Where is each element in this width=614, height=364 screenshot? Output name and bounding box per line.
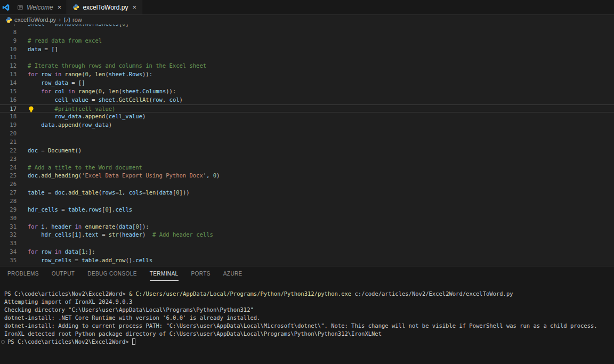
code-line[interactable]: 32 hdr_cells[i].text = str(header) # Add… xyxy=(0,231,614,239)
code-line[interactable]: 28 xyxy=(0,197,614,206)
code-line[interactable]: 17 #print(cell_value) xyxy=(0,104,614,113)
line-number: 24 xyxy=(0,164,17,172)
line-number: 7 xyxy=(0,25,17,28)
code-line[interactable]: 20 xyxy=(0,130,614,138)
code-text: # Iterate through rows and columns in th… xyxy=(28,62,206,70)
line-number: 17 xyxy=(0,105,17,112)
terminal-line: dotnet-install: Adding to current proces… xyxy=(4,322,614,330)
code-line[interactable]: 14 row_data = [] xyxy=(0,79,614,87)
code-line[interactable]: 13for row in range(0, len(sheet.Rows)): xyxy=(0,70,614,79)
code-line[interactable]: 29hdr_cells = table.rows[0].cells xyxy=(0,206,614,214)
code-line[interactable]: 18 row_data.append(cell_value) xyxy=(0,112,614,121)
code-text: # Add a title to the Word document xyxy=(28,164,142,172)
code-line[interactable]: 33 xyxy=(0,239,614,248)
code-line[interactable]: 25doc.add_heading('Excel Data Export Usi… xyxy=(0,172,614,180)
python-file-icon xyxy=(5,17,12,23)
code-text: data.append(row_data) xyxy=(28,121,112,130)
code-text: hdr_cells = table.rows[0].cells xyxy=(28,206,132,214)
code-text: for col in range(0, len(sheet.Columns)): xyxy=(28,87,176,96)
line-number: 22 xyxy=(0,147,17,155)
line-number: 23 xyxy=(0,155,17,164)
line-number: 18 xyxy=(0,112,17,121)
line-number: 31 xyxy=(0,223,17,231)
panel-tab-ports[interactable]: PORTS xyxy=(191,266,211,281)
line-number: 10 xyxy=(0,45,17,54)
line-number: 9 xyxy=(0,37,17,45)
line-number: 29 xyxy=(0,206,17,214)
line-number: 33 xyxy=(0,239,17,248)
code-text: doc.add_heading('Excel Data Export Using… xyxy=(28,172,220,180)
vscode-window: Welcome×excelToWord.py× excelToWord.py ›… xyxy=(0,0,614,364)
code-text: row_cells = table.add_row().cells xyxy=(28,256,152,265)
code-line[interactable]: 34for row in data[1:]: xyxy=(0,248,614,256)
line-number: 11 xyxy=(0,53,17,62)
bottom-panel: PROBLEMSOUTPUTDEBUG CONSOLETERMINALPORTS… xyxy=(0,266,614,364)
editor-tab-bar: Welcome×excelToWord.py× xyxy=(0,0,614,15)
welcome-tab-icon xyxy=(17,4,23,11)
code-line[interactable]: 21 xyxy=(0,138,614,147)
line-number: 26 xyxy=(0,180,17,189)
tab-welcome[interactable]: Welcome× xyxy=(12,0,67,14)
code-line[interactable]: 35 row_cells = table.add_row().cells xyxy=(0,256,614,265)
line-number: 15 xyxy=(0,87,17,96)
code-line[interactable]: 7sheet = workbook.WorkSheets[0] xyxy=(0,25,614,28)
panel-tab-debug-console[interactable]: DEBUG CONSOLE xyxy=(87,266,136,281)
code-text: data = [] xyxy=(28,45,58,54)
terminal-line: Checking directory "C:\Users\user\AppDat… xyxy=(4,306,614,314)
code-text: sheet = workbook.WorkSheets[0] xyxy=(28,25,129,28)
code-line[interactable]: 22doc = Document() xyxy=(0,147,614,155)
python-file-icon xyxy=(72,4,79,11)
line-number: 25 xyxy=(0,172,17,180)
code-line[interactable]: 16 cell_value = sheet.GetCellAt(row, col… xyxy=(0,96,614,104)
terminal-line: Attempting import of IronXL 2024.9.0.3 xyxy=(4,298,614,306)
panel-tab-azure[interactable]: AZURE xyxy=(223,266,243,281)
vscode-logo-icon[interactable] xyxy=(0,0,12,14)
line-number: 19 xyxy=(0,121,17,130)
panel-tab-problems[interactable]: PROBLEMS xyxy=(7,266,39,281)
code-text: cell_value = sheet.GetCellAt(row, col) xyxy=(28,96,183,104)
line-number: 12 xyxy=(0,62,17,70)
code-line[interactable]: 10data = [] xyxy=(0,45,614,54)
panel-tab-output[interactable]: OUTPUT xyxy=(52,266,75,281)
code-line[interactable]: 26 xyxy=(0,180,614,189)
line-number: 35 xyxy=(0,256,17,265)
code-line[interactable]: 8 xyxy=(0,28,614,37)
code-text: row_data = [] xyxy=(28,79,85,87)
code-line[interactable]: 30 xyxy=(0,214,614,223)
panel-tab-terminal[interactable]: TERMINAL xyxy=(150,266,179,281)
code-line[interactable]: 19 data.append(row_data) xyxy=(0,121,614,130)
code-line[interactable]: 23 xyxy=(0,155,614,164)
terminal-output[interactable]: PS C:\code\articles\Nov2\Excel2Word> & C… xyxy=(0,281,614,346)
breadcrumb-symbol[interactable]: row xyxy=(72,17,82,23)
code-text: #print(cell_value) xyxy=(28,105,115,112)
code-editor[interactable]: 7sheet = workbook.WorkSheets[0]89# read … xyxy=(0,25,614,266)
line-number: 21 xyxy=(0,138,17,147)
code-line[interactable]: 31for i, header in enumerate(data[0]): xyxy=(0,223,614,231)
code-line[interactable]: 9# read data from excel xyxy=(0,37,614,45)
editor-tabs: Welcome×excelToWord.py× xyxy=(12,0,142,14)
code-line[interactable]: 27table = doc.add_table(rows=1, cols=len… xyxy=(0,189,614,197)
line-number: 28 xyxy=(0,197,17,206)
terminal-line: PS C:\code\articles\Nov2\Excel2Word> & C… xyxy=(4,290,614,298)
terminal-line: dotnet-install: .NET Core Runtime with v… xyxy=(4,314,614,322)
line-number: 27 xyxy=(0,189,17,197)
terminal-cursor[interactable] xyxy=(132,338,135,345)
code-text: table = doc.add_table(rows=1, cols=len(d… xyxy=(28,189,190,197)
code-line[interactable]: 12# Iterate through rows and columns in … xyxy=(0,62,614,70)
terminal-line: IronXL detected root Python package dire… xyxy=(4,330,614,338)
code-line[interactable]: 15 for col in range(0, len(sheet.Columns… xyxy=(0,87,614,96)
code-line[interactable]: 24# Add a title to the Word document xyxy=(0,164,614,172)
close-icon[interactable]: × xyxy=(58,4,62,11)
close-icon[interactable]: × xyxy=(133,4,137,11)
line-number: 30 xyxy=(0,214,17,223)
line-number: 13 xyxy=(0,70,17,79)
code-line[interactable]: 11 xyxy=(0,53,614,62)
variable-symbol-icon xyxy=(63,17,70,23)
terminal-prompt-line[interactable]: PS C:\code\articles\Nov2\Excel2Word> xyxy=(4,338,614,346)
command-decoration-icon xyxy=(1,340,5,344)
tab-exceltoword-py[interactable]: excelToWord.py× xyxy=(67,0,142,14)
breadcrumb-file[interactable]: excelToWord.py xyxy=(14,17,56,23)
code-text: row_data.append(cell_value) xyxy=(28,112,146,121)
line-number: 16 xyxy=(0,96,17,104)
breadcrumb: excelToWord.py › row xyxy=(0,15,614,25)
